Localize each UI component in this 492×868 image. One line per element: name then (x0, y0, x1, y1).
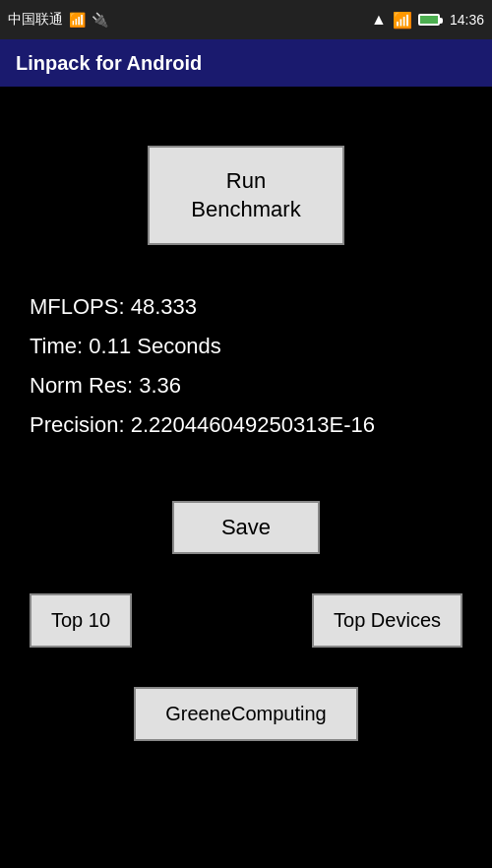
greene-computing-button[interactable]: GreeneComputing (134, 687, 357, 741)
top10-button[interactable]: Top 10 (30, 593, 132, 648)
time-row: Time: 0.11 Seconds (30, 334, 462, 359)
run-benchmark-button[interactable]: Run Benchmark (148, 146, 344, 245)
time-label: 14:36 (450, 12, 484, 28)
greene-computing-label: GreeneComputing (165, 703, 326, 724)
wifi-icon: ▲ (371, 11, 387, 29)
main-content: Run Benchmark MFLOPS: 48.333 Time: 0.11 … (0, 87, 492, 741)
usb-icon: 🔌 (92, 12, 108, 28)
precision-row: Precision: 2.220446049250313E-16 (30, 412, 462, 438)
carrier-label: 中国联通 (8, 11, 63, 29)
signal-icon: 📶 (393, 11, 412, 30)
top-devices-label: Top Devices (334, 609, 441, 631)
time-value: Time: 0.11 Seconds (30, 334, 221, 358)
mflops-value: MFLOPS: 48.333 (30, 294, 197, 319)
status-bar-right: ▲ 📶 14:36 (371, 11, 484, 30)
save-button[interactable]: Save (172, 501, 320, 554)
title-bar: Linpack for Android (0, 39, 492, 87)
battery-icon (418, 14, 440, 26)
mflops-row: MFLOPS: 48.333 (30, 294, 462, 320)
status-bar-left: 中国联通 📶 🔌 (8, 11, 108, 29)
norm-res-value: Norm Res: 3.36 (30, 373, 181, 398)
stats-section: MFLOPS: 48.333 Time: 0.11 Seconds Norm R… (0, 294, 492, 452)
precision-value: Precision: 2.220446049250313E-16 (30, 412, 375, 437)
app-title: Linpack for Android (16, 52, 202, 75)
top10-label: Top 10 (51, 609, 110, 631)
run-benchmark-line2: Benchmark (191, 197, 300, 221)
top-devices-button[interactable]: Top Devices (312, 593, 462, 648)
status-bar: 中国联通 📶 🔌 ▲ 📶 14:36 (0, 0, 492, 39)
sim-icon: 📶 (69, 12, 86, 28)
norm-res-row: Norm Res: 3.36 (30, 373, 462, 399)
bottom-buttons-row: Top 10 Top Devices (0, 593, 492, 648)
save-label: Save (221, 515, 271, 539)
run-benchmark-line1: Run (226, 168, 266, 193)
